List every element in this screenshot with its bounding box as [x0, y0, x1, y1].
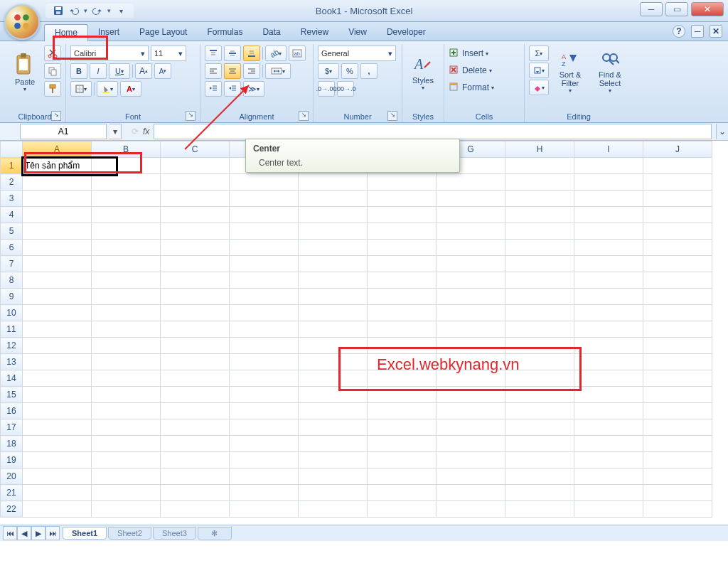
- cell-F18[interactable]: [368, 436, 437, 452]
- grow-font-icon[interactable]: A▴: [135, 63, 152, 79]
- minimize-ribbon-icon[interactable]: ─: [691, 25, 704, 38]
- row-header-1[interactable]: 1: [1, 158, 23, 174]
- orientation-icon[interactable]: ab▾: [265, 45, 287, 61]
- cell-A7[interactable]: [23, 256, 92, 272]
- col-header-B[interactable]: B: [92, 141, 161, 158]
- number-launcher-icon[interactable]: ↘: [387, 111, 397, 121]
- cell-B20[interactable]: [92, 468, 161, 485]
- font-launcher-icon[interactable]: ↘: [186, 111, 196, 121]
- delete-cells-button[interactable]: Delete ▾: [449, 63, 492, 78]
- cell-E6[interactable]: [299, 240, 368, 256]
- cell-B19[interactable]: [92, 452, 161, 468]
- clear-icon[interactable]: ▾: [529, 80, 549, 95]
- cell-A11[interactable]: [23, 321, 92, 338]
- cell-F6[interactable]: [368, 240, 437, 256]
- tab-home[interactable]: Home: [44, 24, 88, 41]
- cell-D13[interactable]: [230, 354, 299, 370]
- insert-cells-button[interactable]: Insert ▾: [449, 45, 488, 61]
- cell-H4[interactable]: [505, 207, 574, 223]
- cell-B4[interactable]: [92, 207, 161, 223]
- expand-formula-bar-icon[interactable]: ⌄: [716, 124, 728, 139]
- cell-G9[interactable]: [437, 289, 505, 305]
- cell-C7[interactable]: [161, 256, 230, 272]
- cell-E18[interactable]: [299, 436, 368, 452]
- cell-D15[interactable]: [230, 387, 299, 403]
- row-header-16[interactable]: 16: [1, 403, 23, 419]
- sheet-nav-prev-icon[interactable]: ◀: [17, 526, 31, 540]
- cell-D22[interactable]: [230, 501, 299, 518]
- row-header-17[interactable]: 17: [1, 419, 23, 436]
- close-workbook-icon[interactable]: ✕: [710, 25, 722, 38]
- cell-C16[interactable]: [161, 403, 230, 419]
- cell-A5[interactable]: [23, 223, 92, 240]
- cell-J1[interactable]: [643, 158, 712, 174]
- col-header-A[interactable]: A: [23, 141, 92, 158]
- cell-D7[interactable]: [230, 256, 299, 272]
- find-select-button[interactable]: Find & Select▾: [592, 45, 628, 98]
- cell-B8[interactable]: [92, 272, 161, 289]
- cell-F15[interactable]: [368, 387, 437, 403]
- cell-A18[interactable]: [23, 436, 92, 452]
- sheet-nav-first-icon[interactable]: ⏮: [3, 526, 17, 540]
- close-button[interactable]: ✕: [691, 2, 724, 16]
- cell-E4[interactable]: [299, 207, 368, 223]
- cell-D16[interactable]: [230, 403, 299, 419]
- cell-H22[interactable]: [505, 501, 574, 518]
- number-format-combo[interactable]: General▾: [318, 45, 396, 61]
- row-header-7[interactable]: 7: [1, 256, 23, 272]
- cell-H20[interactable]: [505, 468, 574, 485]
- cell-H10[interactable]: [505, 305, 574, 321]
- cell-J8[interactable]: [643, 272, 712, 289]
- cell-J17[interactable]: [643, 419, 712, 436]
- cell-C15[interactable]: [161, 387, 230, 403]
- cell-I9[interactable]: [574, 289, 643, 305]
- format-painter-icon[interactable]: [44, 81, 61, 97]
- cell-A21[interactable]: [23, 485, 92, 501]
- cell-D6[interactable]: [230, 240, 299, 256]
- cell-D10[interactable]: [230, 305, 299, 321]
- cell-H11[interactable]: [505, 321, 574, 338]
- cell-E17[interactable]: [299, 419, 368, 436]
- tab-review[interactable]: Review: [291, 24, 338, 41]
- cell-I13[interactable]: [574, 354, 643, 370]
- cell-J5[interactable]: [643, 223, 712, 240]
- cell-G22[interactable]: [437, 501, 505, 518]
- row-header-9[interactable]: 9: [1, 289, 23, 305]
- cell-G3[interactable]: [437, 191, 505, 207]
- cell-E15[interactable]: [299, 387, 368, 403]
- cell-I15[interactable]: [574, 387, 643, 403]
- underline-button[interactable]: U ▾: [109, 63, 130, 79]
- row-header-21[interactable]: 21: [1, 485, 23, 501]
- cell-E13[interactable]: [299, 354, 368, 370]
- cell-F21[interactable]: [368, 485, 437, 501]
- percent-icon[interactable]: %: [341, 63, 358, 79]
- font-color-icon[interactable]: A▾: [120, 81, 141, 97]
- office-button[interactable]: [4, 4, 40, 40]
- cell-A22[interactable]: [23, 501, 92, 518]
- align-center-icon[interactable]: [224, 63, 241, 79]
- cell-J7[interactable]: [643, 256, 712, 272]
- cell-H2[interactable]: [505, 174, 574, 191]
- cell-I3[interactable]: [574, 191, 643, 207]
- cell-J11[interactable]: [643, 321, 712, 338]
- cell-H18[interactable]: [505, 436, 574, 452]
- cell-B11[interactable]: [92, 321, 161, 338]
- cell-C20[interactable]: [161, 468, 230, 485]
- cell-H1[interactable]: [505, 158, 574, 174]
- cell-C5[interactable]: [161, 223, 230, 240]
- cell-B12[interactable]: [92, 338, 161, 354]
- cell-H7[interactable]: [505, 256, 574, 272]
- cell-B14[interactable]: [92, 370, 161, 387]
- cell-F5[interactable]: [368, 223, 437, 240]
- cell-A13[interactable]: [23, 354, 92, 370]
- cell-B6[interactable]: [92, 240, 161, 256]
- cell-G17[interactable]: [437, 419, 505, 436]
- tab-data[interactable]: Data: [252, 24, 290, 41]
- cell-I14[interactable]: [574, 370, 643, 387]
- cell-J9[interactable]: [643, 289, 712, 305]
- cell-F17[interactable]: [368, 419, 437, 436]
- cell-C18[interactable]: [161, 436, 230, 452]
- cell-B5[interactable]: [92, 223, 161, 240]
- cell-D14[interactable]: [230, 370, 299, 387]
- cell-I21[interactable]: [574, 485, 643, 501]
